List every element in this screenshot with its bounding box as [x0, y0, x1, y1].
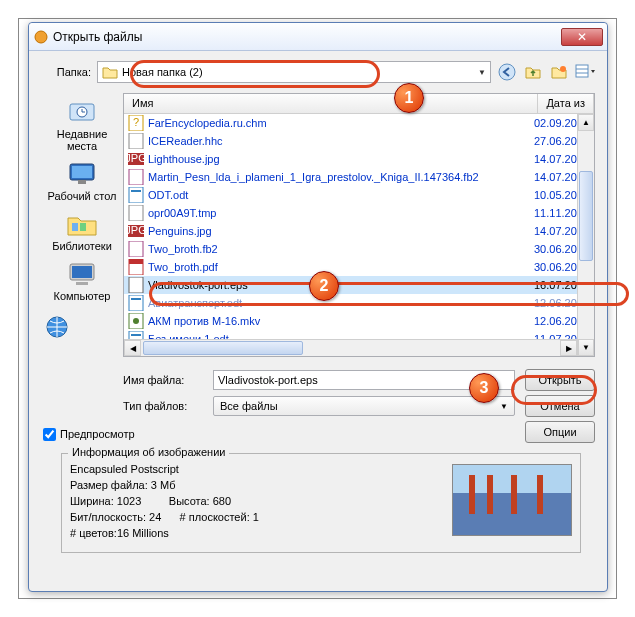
file-name: opr00A9T.tmp [148, 207, 534, 219]
preview-checkbox[interactable] [43, 428, 56, 441]
file-name: Two_broth.fb2 [148, 243, 534, 255]
file-name: АКМ против М-16.mkv [148, 315, 534, 327]
file-icon [128, 313, 144, 329]
horizontal-scrollbar[interactable]: ◀▶ [124, 339, 577, 356]
file-icon [128, 277, 144, 293]
svg-point-35 [133, 318, 139, 324]
places-bar: Недавние места Рабочий стол Библиотеки К… [41, 93, 123, 357]
back-button[interactable] [497, 62, 517, 82]
file-row[interactable]: JPGLighthouse.jpg14.07.20 [124, 150, 594, 168]
file-icon [128, 295, 144, 311]
window-title: Открыть файлы [53, 30, 561, 44]
svg-rect-32 [129, 295, 143, 311]
callout-2: 2 [309, 271, 339, 301]
filetype-label: Тип файлов: [123, 400, 203, 412]
app-icon [33, 29, 49, 45]
titlebar[interactable]: Открыть файлы ✕ [29, 23, 607, 51]
file-row[interactable]: ?FarEncyclopedia.ru.chm02.09.20 [124, 114, 594, 132]
folder-combo[interactable]: Новая папка (2) ▼ [97, 61, 491, 83]
file-row[interactable]: АКМ против М-16.mkv12.06.20 [124, 312, 594, 330]
info-title: Информация об изображении [68, 446, 229, 458]
folder-name: Новая папка (2) [122, 66, 203, 78]
new-folder-button[interactable] [549, 62, 569, 82]
file-row[interactable]: Vladivostok-port.eps16.07.20 [124, 276, 594, 294]
chevron-down-icon: ▼ [500, 402, 508, 411]
folder-label: Папка: [41, 66, 97, 78]
file-name: ICEReader.hhc [148, 135, 534, 147]
file-name: Penguins.jpg [148, 225, 534, 237]
vertical-scrollbar[interactable]: ▲▼ [577, 114, 594, 356]
svg-rect-19 [129, 133, 143, 149]
file-row[interactable]: Martin_Pesn_lda_i_plameni_1_Igra_prestol… [124, 168, 594, 186]
svg-text:JPG: JPG [128, 224, 144, 236]
dropdown-arrow-icon: ▼ [478, 68, 486, 77]
file-row[interactable]: JPGPenguins.jpg14.07.20 [124, 222, 594, 240]
svg-rect-28 [129, 241, 143, 257]
options-button[interactable]: Опции [525, 421, 595, 443]
svg-rect-11 [72, 223, 78, 231]
svg-text:JPG: JPG [128, 152, 144, 164]
filename-label: Имя файла: [123, 374, 203, 386]
svg-point-1 [499, 64, 515, 80]
file-icon: JPG [128, 151, 144, 167]
file-row[interactable]: Two_broth.pdf30.06.20 [124, 258, 594, 276]
file-icon: ? [128, 115, 144, 131]
col-date[interactable]: Дата из [538, 94, 594, 113]
svg-rect-25 [129, 205, 143, 221]
file-name: Авиатранспорт.odt [148, 297, 534, 309]
file-row[interactable]: ODT.odt10.05.20 [124, 186, 594, 204]
svg-rect-15 [76, 282, 88, 285]
callout-1: 1 [394, 83, 424, 113]
svg-rect-24 [131, 190, 141, 192]
svg-point-2 [560, 66, 566, 72]
list-header[interactable]: Имя Дата из [124, 94, 594, 114]
place-recent[interactable]: Недавние места [43, 95, 121, 155]
file-row[interactable]: Авиатранспорт.odt12.06.20 [124, 294, 594, 312]
image-info-group: Информация об изображении Encapsuled Pos… [61, 453, 581, 553]
file-icon [128, 205, 144, 221]
view-menu-button[interactable] [575, 62, 595, 82]
close-button[interactable]: ✕ [561, 28, 603, 46]
svg-rect-3 [576, 65, 588, 77]
file-icon [128, 133, 144, 149]
file-row[interactable]: ICEReader.hhc27.06.20 [124, 132, 594, 150]
open-file-dialog: Открыть файлы ✕ Папка: Новая папка (2) ▼ [28, 22, 608, 592]
file-icon: JPG [128, 223, 144, 239]
cancel-button[interactable]: Отмена [525, 395, 595, 417]
up-button[interactable] [523, 62, 543, 82]
svg-rect-31 [129, 277, 143, 293]
file-list: Имя Дата из ?FarEncyclopedia.ru.chm02.09… [123, 93, 595, 357]
file-name: Two_broth.pdf [148, 261, 534, 273]
file-name: FarEncyclopedia.ru.chm [148, 117, 534, 129]
file-row[interactable]: Two_broth.fb230.06.20 [124, 240, 594, 258]
file-name: ODT.odt [148, 189, 534, 201]
file-icon [128, 187, 144, 203]
file-name: Martin_Pesn_lda_i_plameni_1_Igra_prestol… [148, 171, 534, 183]
place-desktop[interactable]: Рабочий стол [43, 157, 121, 205]
folder-icon [102, 65, 118, 79]
file-name: Lighthouse.jpg [148, 153, 534, 165]
file-row[interactable]: opr00A9T.tmp11.11.20 [124, 204, 594, 222]
svg-rect-23 [129, 187, 143, 203]
file-icon [128, 169, 144, 185]
svg-rect-12 [80, 223, 86, 231]
filetype-combo[interactable]: Все файлы ▼ [213, 396, 515, 416]
preview-label: Предпросмотр [60, 428, 135, 440]
svg-rect-9 [72, 166, 92, 178]
svg-rect-30 [129, 259, 143, 264]
place-computer[interactable]: Компьютер [43, 257, 121, 305]
file-icon [128, 241, 144, 257]
svg-point-0 [35, 31, 47, 43]
place-libraries[interactable]: Библиотеки [43, 207, 121, 255]
callout-3: 3 [469, 373, 499, 403]
file-name: Vladivostok-port.eps [148, 279, 534, 291]
svg-text:?: ? [133, 116, 139, 128]
svg-rect-37 [131, 334, 141, 336]
place-network[interactable] [41, 307, 123, 341]
preview-thumbnail [452, 464, 572, 536]
col-name[interactable]: Имя [124, 94, 538, 113]
open-button[interactable]: Открыть [525, 369, 595, 391]
file-icon [128, 259, 144, 275]
svg-rect-14 [72, 266, 92, 278]
svg-rect-33 [131, 298, 141, 300]
